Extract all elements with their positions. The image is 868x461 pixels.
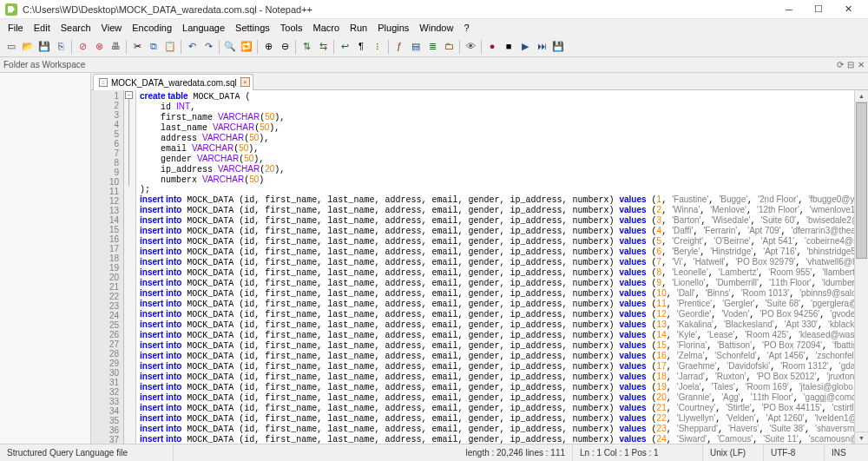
menu-language[interactable]: Language (178, 21, 229, 35)
save-icon[interactable]: 💾 (36, 39, 52, 55)
status-encoding[interactable]: UTF-8 (764, 445, 825, 461)
monitor-icon[interactable]: 👁 (463, 39, 478, 55)
menu-search[interactable]: Search (56, 21, 95, 35)
status-caret: Ln : 1 Col : 1 Pos : 1 (573, 445, 703, 461)
copy-icon[interactable]: ⧉ (146, 39, 161, 55)
fold-box-icon[interactable]: − (125, 91, 133, 99)
all-chars-icon[interactable]: ¶ (353, 39, 369, 55)
menu-view[interactable]: View (97, 21, 127, 35)
close-button[interactable]: ✕ (833, 0, 863, 19)
close-icon[interactable]: ⊘ (75, 39, 90, 55)
status-mode[interactable]: INS (825, 445, 868, 461)
paste-icon[interactable]: 📋 (162, 39, 178, 55)
window-title: C:\Users\WD\Desktop\MOCK_DATA_waredata.c… (23, 4, 774, 15)
menu-run[interactable]: Run (345, 21, 372, 35)
new-file-icon[interactable]: ▭ (3, 39, 19, 55)
lang-icon[interactable]: ƒ (391, 39, 407, 55)
vertical-scrollbar[interactable]: ▲ ▼ (854, 90, 868, 444)
workspace-close-icon[interactable]: ✕ (858, 60, 865, 69)
wrap-icon[interactable]: ↩ (337, 39, 352, 55)
save-macro-icon[interactable]: 💾 (550, 39, 566, 55)
redo-icon[interactable]: ↷ (201, 39, 216, 55)
menu-plugins[interactable]: Plugins (373, 21, 413, 35)
workspace-sidebar[interactable] (0, 73, 91, 444)
tab-close-icon[interactable]: × (240, 77, 250, 87)
doc-map-icon[interactable]: ▤ (408, 39, 424, 55)
scrollbar-thumb[interactable] (856, 102, 867, 259)
tab-label: MOCK_DATA_waredata.com.sql (111, 78, 237, 88)
file-tab[interactable]: ≡ MOCK_DATA_waredata.com.sql × (93, 74, 253, 90)
status-lang: Structured Query Language file (0, 445, 174, 461)
menu-settings[interactable]: Settings (231, 21, 274, 35)
tab-bar: ≡ MOCK_DATA_waredata.com.sql × (91, 73, 868, 90)
find-icon[interactable]: 🔍 (222, 39, 238, 55)
open-icon[interactable]: 📂 (20, 39, 36, 55)
menu-bar: FileEditSearchViewEncodingLanguageSettin… (0, 19, 868, 36)
scroll-up-icon[interactable]: ▲ (855, 90, 868, 102)
app-icon (5, 3, 17, 16)
menu-window[interactable]: Window (415, 21, 457, 35)
save-all-icon[interactable]: ⎘ (53, 39, 69, 55)
workspace-collapse-icon[interactable]: ⊟ (847, 60, 854, 69)
zoom-in-icon[interactable]: ⊕ (260, 39, 276, 55)
play-icon[interactable]: ▶ (517, 39, 533, 55)
menu-?[interactable]: ? (459, 21, 473, 35)
sync-h-icon[interactable]: ⇆ (315, 39, 331, 55)
editor[interactable]: 1234567891011121314151617181920212223242… (91, 90, 868, 444)
cut-icon[interactable]: ✂ (129, 39, 145, 55)
fold-line (128, 99, 129, 186)
line-gutter: 1234567891011121314151617181920212223242… (91, 90, 124, 444)
menu-encoding[interactable]: Encoding (128, 21, 176, 35)
undo-icon[interactable]: ↶ (184, 39, 200, 55)
status-bar: Structured Query Language file length : … (0, 444, 868, 461)
maximize-button[interactable]: ☐ (804, 0, 833, 19)
workspace-label: Folder as Workspace (3, 60, 85, 69)
workspace-header: Folder as Workspace ⟳ ⊟ ✕ (0, 57, 868, 73)
title-bar: C:\Users\WD\Desktop\MOCK_DATA_waredata.c… (0, 0, 868, 19)
close-all-icon[interactable]: ⊗ (91, 39, 107, 55)
status-length: length : 20,246 lines : 111 (458, 445, 573, 461)
menu-tools[interactable]: Tools (276, 21, 307, 35)
workspace-reload-icon[interactable]: ⟳ (837, 60, 844, 69)
folder-ws-icon[interactable]: 🗀 (441, 39, 457, 55)
minimize-button[interactable]: ─ (774, 0, 804, 19)
stop-icon[interactable]: ■ (501, 39, 516, 55)
zoom-out-icon[interactable]: ⊖ (277, 39, 293, 55)
status-eol[interactable]: Unix (LF) (703, 445, 764, 461)
replace-icon[interactable]: 🔁 (239, 39, 254, 55)
scroll-down-icon[interactable]: ▼ (855, 431, 868, 444)
code-area[interactable]: create table MOCK_DATA ( id INT, first_n… (136, 90, 854, 444)
print-icon[interactable]: 🖶 (108, 39, 123, 55)
fold-margin[interactable]: − (124, 90, 136, 444)
record-icon[interactable]: ● (484, 39, 500, 55)
menu-edit[interactable]: Edit (30, 21, 55, 35)
play-multi-icon[interactable]: ⏭ (534, 39, 549, 55)
sync-v-icon[interactable]: ⇅ (299, 39, 314, 55)
menu-macro[interactable]: Macro (308, 21, 344, 35)
menu-file[interactable]: File (3, 21, 28, 35)
func-list-icon[interactable]: ≣ (424, 39, 440, 55)
toolbar: ▭📂💾⎘⊘⊗🖶✂⧉📋↶↷🔍🔁⊕⊖⇅⇆↩¶⫶ƒ▤≣🗀👁●■▶⏭💾 (0, 36, 868, 57)
indent-guide-icon[interactable]: ⫶ (370, 39, 385, 55)
file-icon: ≡ (99, 78, 108, 87)
